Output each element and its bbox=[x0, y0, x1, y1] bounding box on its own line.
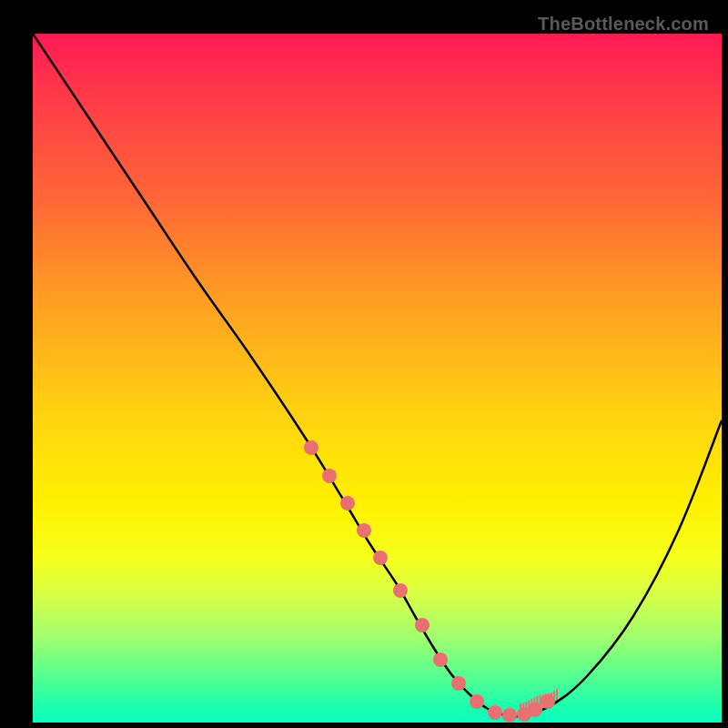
bottleneck-curve bbox=[33, 34, 722, 716]
marker-dot bbox=[433, 652, 448, 667]
chart-frame: TheBottleneck.com bbox=[14, 14, 714, 714]
marker-dot bbox=[541, 694, 555, 709]
marker-dot bbox=[373, 551, 388, 565]
marker-dot bbox=[502, 708, 517, 723]
plot-area bbox=[33, 34, 722, 723]
marker-dot bbox=[340, 496, 355, 511]
curve-layer bbox=[33, 34, 722, 723]
marker-dot bbox=[415, 618, 430, 632]
marker-dot bbox=[357, 523, 371, 538]
marker-dot bbox=[470, 694, 484, 709]
marker-dots bbox=[304, 440, 555, 723]
marker-dot bbox=[322, 469, 337, 483]
marker-dot bbox=[451, 676, 466, 691]
watermark-text: TheBottleneck.com bbox=[538, 14, 709, 35]
marker-dot bbox=[393, 583, 408, 598]
marker-dot bbox=[304, 440, 318, 455]
marker-dot bbox=[488, 705, 502, 720]
marker-dot bbox=[528, 703, 542, 717]
